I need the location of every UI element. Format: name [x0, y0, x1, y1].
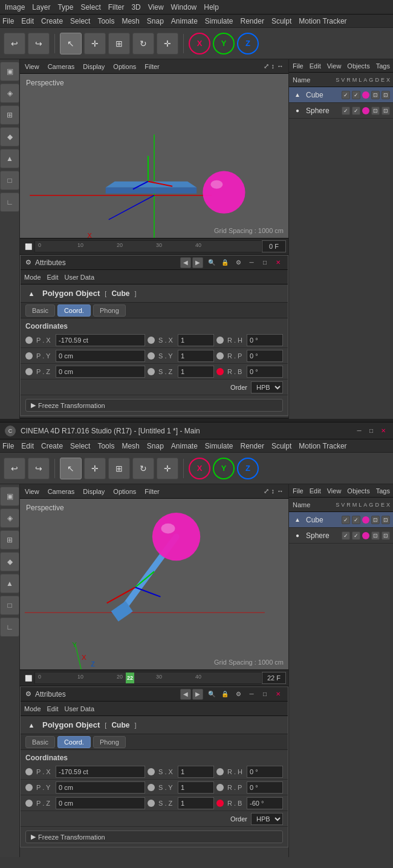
attr-mode[interactable]: Mode	[24, 274, 41, 281]
transform-tool-button[interactable]: ✛	[157, 33, 178, 54]
attr-close-btn-2[interactable]: ✕	[273, 689, 283, 699]
attr-nav-left-1[interactable]: ◀	[180, 257, 191, 268]
menu-edit[interactable]: Edit	[21, 17, 34, 25]
rp-view-2[interactable]: View	[327, 487, 342, 495]
z-axis-button[interactable]: Z	[237, 33, 259, 54]
menu-help[interactable]: Help	[204, 3, 219, 12]
sphere-vis-1[interactable]: ✓	[352, 107, 360, 115]
app-close-btn[interactable]: ✕	[378, 426, 388, 436]
menu-snap-2[interactable]: Snap	[147, 442, 164, 450]
rp-objects-2[interactable]: Objects	[347, 487, 369, 495]
attr-nav-right-2[interactable]: ▶	[192, 689, 203, 700]
menu-edit-2[interactable]: Edit	[21, 442, 34, 450]
menu-window[interactable]: Window	[171, 3, 197, 12]
menu-filter[interactable]: Filter	[108, 3, 125, 12]
sphere-check-1[interactable]: ✓	[342, 107, 350, 115]
input-px-2[interactable]	[56, 766, 145, 778]
vp-menu-display-2[interactable]: Display	[83, 488, 105, 495]
vp-menu-options-2[interactable]: Options	[113, 488, 136, 495]
sphere-render-2[interactable]: ⊡	[382, 531, 390, 540]
vp-menu-view-2[interactable]: View	[25, 488, 39, 495]
order-select-2[interactable]: HPB	[251, 813, 283, 825]
menu-type[interactable]: Type	[57, 3, 73, 12]
attr-tab-coord-2[interactable]: Coord.	[57, 736, 91, 748]
menu-motion-tracker-2[interactable]: Motion Tracker	[299, 442, 346, 450]
object-row-cube-1[interactable]: ▲ Cube ✓ ✓ ⊡ ⊡	[289, 87, 393, 103]
input-sx-2[interactable]	[178, 766, 214, 778]
attr-minimize-btn-2[interactable]: ─	[247, 689, 256, 699]
menu-render[interactable]: Render	[241, 17, 264, 25]
y-axis-button-2[interactable]: Y	[213, 458, 235, 479]
rp-file-1[interactable]: File	[293, 62, 304, 70]
attr-tab-phong-2[interactable]: Phong	[93, 736, 126, 748]
undo-button[interactable]: ↩	[4, 33, 25, 54]
sidebar-icon-4[interactable]: ◆	[0, 127, 19, 146]
frame-input-1[interactable]	[262, 240, 286, 252]
frame-input-2[interactable]	[262, 672, 286, 684]
menu-mesh-2[interactable]: Mesh	[122, 442, 139, 450]
rp-objects-1[interactable]: Objects	[347, 62, 369, 70]
rp-view-1[interactable]: View	[327, 62, 342, 70]
menu-image[interactable]: Image	[5, 3, 25, 12]
menu-create[interactable]: Create	[41, 17, 63, 25]
attr-user-data[interactable]: User Data	[65, 274, 95, 281]
redo-button-2[interactable]: ↪	[28, 458, 50, 479]
sidebar-icon-6[interactable]: □	[0, 171, 19, 190]
menu-motion-tracker[interactable]: Motion Tracker	[299, 17, 346, 25]
sidebar-icon-2[interactable]: ◈	[0, 84, 19, 103]
input-sz-1[interactable]	[178, 366, 214, 378]
sphere-lock-2[interactable]: ⊡	[371, 531, 380, 540]
sphere-check-2[interactable]: ✓	[342, 531, 350, 540]
attr-gear-btn-2[interactable]: ⚙	[233, 689, 243, 699]
attr-tab-coord-1[interactable]: Coord.	[57, 304, 91, 317]
timeline-track-2[interactable]: 0 10 20 22 30 40 22	[34, 672, 262, 684]
sphere-render-1[interactable]: ⊡	[382, 107, 390, 115]
attr-maximize-btn-1[interactable]: □	[260, 258, 270, 268]
menu-animate[interactable]: Animate	[171, 17, 198, 25]
cursor-tool-button-2[interactable]: ↖	[60, 458, 82, 479]
input-sy-1[interactable]	[178, 350, 214, 362]
cube-check-2[interactable]: ✓	[342, 516, 350, 524]
cube-vis-2[interactable]: ✓	[352, 516, 360, 524]
cube-lock-2[interactable]: ⊡	[371, 516, 380, 524]
x-axis-button[interactable]: X	[189, 33, 210, 54]
cube-lock-1[interactable]: ⊡	[371, 91, 380, 99]
menu-snap[interactable]: Snap	[147, 17, 164, 25]
menu-simulate-2[interactable]: Simulate	[205, 442, 233, 450]
move-tool-button[interactable]: ✛	[84, 33, 106, 54]
input-rp-2[interactable]	[247, 781, 283, 794]
attr-lock-btn-2[interactable]: 🔒	[220, 689, 230, 699]
input-rb-1[interactable]	[247, 366, 283, 378]
attr-user-data-2[interactable]: User Data	[65, 705, 95, 712]
menu-select-2[interactable]: Select	[70, 442, 90, 450]
menu-simulate[interactable]: Simulate	[205, 17, 233, 25]
menu-select[interactable]: Select	[80, 3, 100, 12]
sidebar-icon-7[interactable]: ∟	[0, 192, 19, 212]
sidebar-icon-2-5[interactable]: ▲	[0, 574, 19, 593]
viewport-1[interactable]: Perspective	[20, 74, 288, 238]
input-px-1[interactable]	[56, 334, 145, 346]
attr-tab-basic-2[interactable]: Basic	[25, 736, 55, 748]
z-axis-button-2[interactable]: Z	[237, 458, 259, 479]
menu-sculpt-2[interactable]: Sculpt	[271, 442, 291, 450]
vp-menu-display[interactable]: Display	[83, 63, 105, 70]
menu-view[interactable]: View	[148, 3, 164, 12]
attr-mode-2[interactable]: Mode	[24, 705, 41, 712]
freeze-btn-1[interactable]: ▶ Freeze Transformation	[25, 399, 283, 412]
sidebar-icon-2-7[interactable]: ∟	[0, 617, 19, 637]
vp-menu-filter[interactable]: Filter	[145, 63, 159, 70]
input-sy-2[interactable]	[178, 781, 214, 794]
vp-menu-view[interactable]: View	[25, 63, 39, 70]
order-select-1[interactable]: HPB	[251, 381, 283, 393]
sidebar-icon-2-4[interactable]: ◆	[0, 552, 19, 571]
vp-nav-icon-2[interactable]: ↕	[271, 62, 275, 70]
attr-edit-2[interactable]: Edit	[47, 705, 59, 712]
attr-lock-btn[interactable]: 🔒	[220, 258, 230, 268]
input-py-1[interactable]	[56, 350, 145, 362]
app-minimize-btn[interactable]: ─	[354, 426, 364, 436]
attr-search-btn-2[interactable]: 🔍	[207, 689, 216, 699]
cube-check-1[interactable]: ✓	[342, 91, 350, 99]
sphere-lock-1[interactable]: ⊡	[371, 107, 380, 115]
input-rh-1[interactable]	[247, 334, 283, 346]
vp-nav-icon-1[interactable]: ⤢	[264, 62, 269, 70]
